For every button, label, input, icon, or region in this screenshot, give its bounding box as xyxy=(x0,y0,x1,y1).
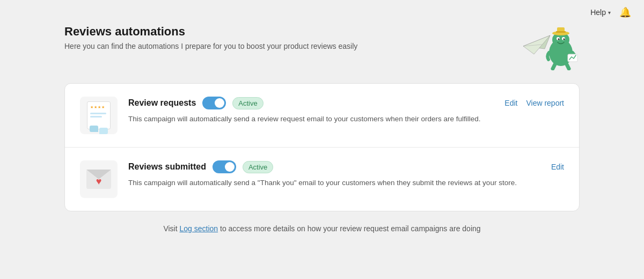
svg-rect-11 xyxy=(556,31,566,33)
campaign-thumbnail-reviews-submitted: ♥ xyxy=(80,160,118,198)
campaign-title-row-2: Reviews submitted Active xyxy=(128,160,540,173)
campaign-info-review-requests: Review requests Active This campaign wil… xyxy=(128,97,494,124)
help-label: Help xyxy=(590,8,606,17)
page-title: Reviews automations xyxy=(64,25,357,39)
main-content: Reviews automations Here you can find th… xyxy=(0,25,644,233)
mascot-illustration xyxy=(521,25,580,70)
campaign-description-review-requests: This campaign will automatically send a … xyxy=(128,114,494,124)
campaign-actions-reviews-submitted: Edit xyxy=(551,160,564,171)
footer-text: Visit Log section to access more details… xyxy=(64,224,580,233)
campaign-card-review-requests: ★ ★ ★ ★ Review requests xyxy=(65,84,579,148)
log-section-link[interactable]: Log section xyxy=(180,224,218,233)
mascot-svg xyxy=(521,25,580,70)
footer-text-before: Visit xyxy=(163,224,179,233)
chat-bubble-2 xyxy=(99,128,108,134)
help-button[interactable]: Help ▾ xyxy=(590,8,611,17)
campaign-title-row: Review requests Active xyxy=(128,97,494,109)
toggle-slider xyxy=(202,97,226,109)
stars-icon: ★ ★ ★ ★ xyxy=(90,105,105,109)
chat-bubble-1 xyxy=(90,126,98,132)
page-header: Reviews automations Here you can find th… xyxy=(64,25,580,70)
view-report-link[interactable]: View report xyxy=(526,99,564,107)
envelope-icon: ♥ xyxy=(86,170,111,189)
campaign-thumbnail-review-requests: ★ ★ ★ ★ xyxy=(80,97,118,134)
campaign-title-2: Reviews submitted xyxy=(128,162,206,172)
page-header-text: Reviews automations Here you can find th… xyxy=(64,25,357,50)
campaign-description-reviews-submitted: This campaign will automatically send a … xyxy=(128,178,540,188)
campaign-card-reviews-submitted: ♥ Reviews submitted Active This campaign… xyxy=(65,148,579,211)
campaign-toggle-review-requests[interactable] xyxy=(202,97,226,109)
footer-text-after: to access more details on how your revie… xyxy=(218,224,480,233)
campaign-title: Review requests xyxy=(128,98,196,108)
campaign-info-reviews-submitted: Reviews submitted Active This campaign w… xyxy=(128,160,540,188)
chevron-down-icon: ▾ xyxy=(608,10,611,16)
svg-point-8 xyxy=(564,39,565,40)
svg-point-7 xyxy=(558,39,560,40)
edit-link-review-requests[interactable]: Edit xyxy=(504,99,517,107)
top-bar: Help ▾ 🔔 xyxy=(0,0,644,25)
campaigns-container: ★ ★ ★ ★ Review requests xyxy=(64,83,580,211)
edit-link-reviews-submitted[interactable]: Edit xyxy=(551,163,564,171)
page-subtitle: Here you can find the automations I prep… xyxy=(64,42,357,50)
campaign-toggle-reviews-submitted[interactable] xyxy=(213,160,236,173)
paper-icon: ★ ★ ★ ★ xyxy=(87,101,111,129)
notification-bell-icon[interactable]: 🔔 xyxy=(619,6,631,18)
heart-icon: ♥ xyxy=(96,176,102,187)
active-badge-review-requests: Active xyxy=(232,97,263,109)
campaign-actions-review-requests: Edit View report xyxy=(504,97,564,107)
toggle-slider-2 xyxy=(213,160,236,173)
active-badge-reviews-submitted: Active xyxy=(243,161,273,173)
